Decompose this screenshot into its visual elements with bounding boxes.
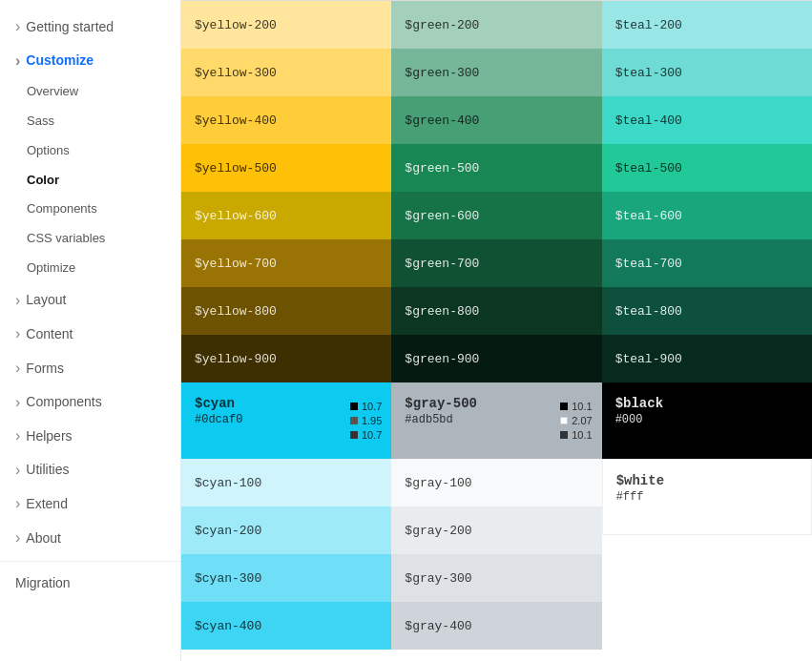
teal-200-swatch: $teal-200 — [602, 1, 812, 49]
sidebar-item-forms[interactable]: Forms — [0, 351, 180, 385]
special-column: $white #fff — [602, 459, 812, 650]
cyan-label: $cyan — [195, 396, 242, 411]
gray-label: $gray-500 — [405, 396, 477, 411]
yellow-600-swatch: $yellow-600 — [181, 192, 391, 239]
green-600-swatch: $green-600 — [391, 192, 601, 239]
cyan-hex: #0dcaf0 — [195, 413, 242, 426]
teal-900-swatch: $teal-900 — [602, 335, 812, 382]
sidebar-item-sass[interactable]: Sass — [0, 107, 180, 136]
yellow-900-swatch: $yellow-900 — [181, 335, 391, 382]
teal-300-swatch: $teal-300 — [602, 49, 812, 96]
black-swatch: $black #000 — [602, 382, 812, 459]
green-400-swatch: $green-400 — [391, 96, 601, 144]
teal-800-swatch: $teal-800 — [602, 287, 812, 335]
contrast-dot-g3 — [560, 431, 568, 439]
green-column: $green-200 $green-300 $green-400 $green-… — [391, 1, 601, 382]
cyan-400-swatch: $cyan-400 — [181, 602, 391, 650]
gray-column: $gray-100 $gray-200 $gray-300 $gray-400 — [391, 459, 601, 650]
sidebar-item-utilities[interactable]: Utilities — [0, 453, 180, 487]
green-900-swatch: $green-900 — [391, 335, 601, 382]
contrast-dot-2 — [350, 417, 358, 424]
gray-100-swatch: $gray-100 — [391, 459, 601, 506]
cyan-column: $cyan-100 $cyan-200 $cyan-300 $cyan-400 — [181, 459, 391, 650]
sidebar-item-layout[interactable]: Layout — [0, 283, 180, 318]
contrast-dot-g1 — [560, 403, 568, 410]
sidebar-item-optimize[interactable]: Optimize — [0, 254, 180, 283]
contrast-dot-1 — [350, 403, 358, 410]
gray-300-swatch: $gray-300 — [391, 554, 601, 602]
green-300-swatch: $green-300 — [391, 49, 601, 96]
contrast-dot-3 — [350, 431, 358, 439]
sidebar-item-options[interactable]: Options — [0, 136, 180, 166]
sidebar-item-getting-started[interactable]: Getting started — [0, 10, 180, 44]
yellow-700-swatch: $yellow-700 — [181, 239, 391, 287]
sidebar-item-extend[interactable]: Extend — [0, 486, 180, 521]
main-content: $yellow-200 $yellow-300 $yellow-400 $yel… — [181, 0, 812, 661]
sidebar-item-helpers[interactable]: Helpers — [0, 419, 180, 453]
green-700-swatch: $green-700 — [391, 239, 601, 287]
black-label: $black — [615, 396, 663, 411]
sidebar-item-customize[interactable]: Customize — [0, 44, 180, 78]
green-800-swatch: $green-800 — [391, 287, 601, 335]
sidebar-item-components[interactable]: Components — [0, 385, 180, 420]
gray-200-swatch: $gray-200 — [391, 506, 601, 554]
sidebar-item-migration[interactable]: Migration — [0, 568, 180, 598]
cyan-100-swatch: $cyan-100 — [181, 459, 391, 506]
yellow-400-swatch: $yellow-400 — [181, 96, 391, 144]
sidebar-item-overview[interactable]: Overview — [0, 77, 180, 107]
green-200-swatch: $green-200 — [391, 1, 601, 49]
white-swatch: $white #fff — [602, 459, 812, 535]
gray-400-swatch: $gray-400 — [391, 602, 601, 650]
yellow-500-swatch: $yellow-500 — [181, 144, 391, 192]
yellow-200-swatch: $yellow-200 — [181, 1, 391, 49]
cyan-300-swatch: $cyan-300 — [181, 554, 391, 602]
cyan-base-swatch: $cyan #0dcaf0 10.7 1.95 10.7 — [181, 382, 391, 459]
cyan-contrast: 10.7 1.95 10.7 — [350, 401, 382, 441]
sidebar-item-components-sub[interactable]: Components — [0, 195, 180, 224]
teal-700-swatch: $teal-700 — [602, 239, 812, 287]
gray-hex: #adb5bd — [405, 413, 477, 426]
gray-contrast: 10.1 2.07 10.1 — [560, 401, 592, 441]
teal-column: $teal-200 $teal-300 $teal-400 $teal-500 … — [602, 1, 812, 382]
green-500-swatch: $green-500 — [391, 144, 601, 192]
sidebar-divider — [0, 561, 180, 562]
teal-500-swatch: $teal-500 — [602, 144, 812, 192]
yellow-300-swatch: $yellow-300 — [181, 49, 391, 96]
yellow-800-swatch: $yellow-800 — [181, 287, 391, 335]
teal-400-swatch: $teal-400 — [602, 96, 812, 144]
gray-base-swatch: $gray-500 #adb5bd 10.1 2.07 10.1 — [391, 382, 601, 459]
white-hex: #fff — [616, 490, 664, 504]
teal-600-swatch: $teal-600 — [602, 192, 812, 239]
contrast-dot-g2 — [560, 417, 568, 424]
sidebar-item-about[interactable]: About — [0, 521, 180, 555]
sidebar: Getting started Customize Overview Sass … — [0, 0, 181, 661]
cyan-200-swatch: $cyan-200 — [181, 506, 391, 554]
sidebar-item-content[interactable]: Content — [0, 317, 180, 351]
color-grid: $yellow-200 $yellow-300 $yellow-400 $yel… — [181, 0, 812, 650]
white-label: $white — [616, 473, 664, 488]
sidebar-item-color[interactable]: Color — [0, 166, 180, 196]
sidebar-item-css-variables[interactable]: CSS variables — [0, 224, 180, 254]
yellow-column: $yellow-200 $yellow-300 $yellow-400 $yel… — [181, 1, 391, 382]
black-hex: #000 — [615, 413, 663, 426]
